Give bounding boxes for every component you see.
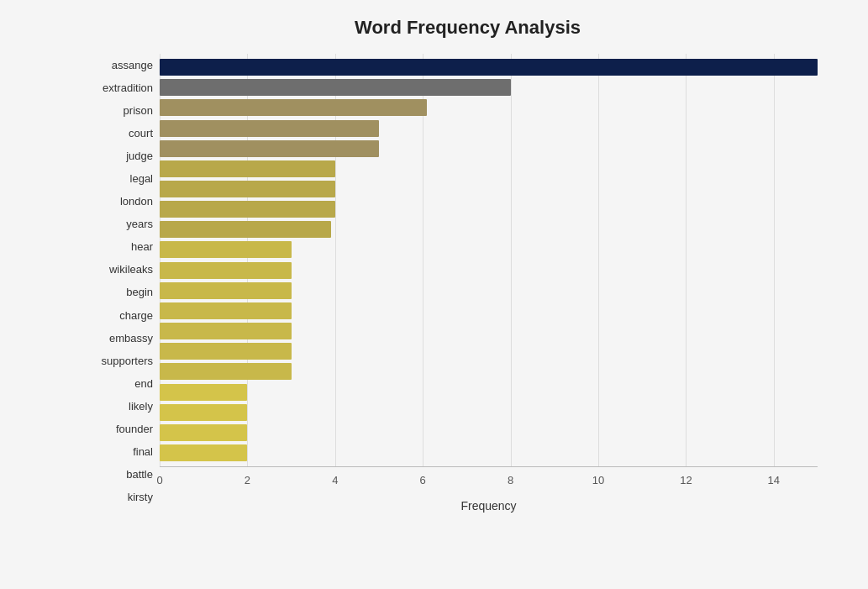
bar-row xyxy=(160,118,818,138)
y-label: founder xyxy=(116,418,153,440)
y-label: final xyxy=(133,440,153,463)
bar xyxy=(160,424,247,441)
bar-row xyxy=(160,423,818,443)
bar xyxy=(160,343,292,360)
y-label: charge xyxy=(119,304,153,327)
y-label: likely xyxy=(129,395,153,418)
y-label: legal xyxy=(130,167,153,190)
bar-row xyxy=(160,402,818,423)
bar xyxy=(160,181,335,197)
bar-row xyxy=(160,97,818,118)
y-label: battle xyxy=(126,463,153,486)
x-tick: 2 xyxy=(245,474,250,486)
bars-and-x: 02468101214 Frequency xyxy=(160,54,818,508)
bar xyxy=(160,221,331,238)
x-tick: 6 xyxy=(420,474,426,486)
y-label: hear xyxy=(131,235,153,258)
y-label: court xyxy=(129,122,153,145)
bar-row xyxy=(160,382,818,402)
bar-row xyxy=(160,301,818,321)
bar xyxy=(160,241,292,258)
bar-row xyxy=(160,281,818,301)
bar-row xyxy=(160,57,818,77)
bar xyxy=(160,201,335,218)
y-label: extradition xyxy=(103,76,153,99)
y-label: supporters xyxy=(102,350,153,372)
x-axis: 02468101214 Frequency xyxy=(160,466,818,508)
bar-row xyxy=(160,139,818,159)
bar xyxy=(160,384,247,401)
bar-row xyxy=(160,199,818,219)
chart-container: Word Frequency Analysis assangeextraditi… xyxy=(0,0,868,589)
x-tick: 4 xyxy=(332,474,338,486)
y-label: begin xyxy=(126,281,153,303)
y-label: wikileaks xyxy=(109,258,153,281)
bar-row xyxy=(160,77,818,97)
x-tick: 8 xyxy=(508,474,513,486)
x-tick: 14 xyxy=(768,474,780,486)
y-label: end xyxy=(134,372,153,395)
bar xyxy=(160,404,247,421)
bar xyxy=(160,99,427,116)
y-labels: assangeextraditionprisoncourtjudgelegall… xyxy=(84,54,160,508)
chart-area: assangeextraditionprisoncourtjudgelegall… xyxy=(84,54,818,508)
bar-row xyxy=(160,239,818,260)
y-label: judge xyxy=(126,145,153,167)
bar xyxy=(160,120,379,137)
bar xyxy=(160,140,379,157)
bar xyxy=(160,79,511,96)
bar xyxy=(160,59,818,76)
bar-row xyxy=(160,159,818,179)
y-label: embassy xyxy=(109,327,153,350)
bar xyxy=(160,302,292,319)
y-label: kirsty xyxy=(128,486,153,508)
bar xyxy=(160,282,292,299)
y-label: assange xyxy=(112,54,153,76)
bar-row xyxy=(160,260,818,281)
bar-row xyxy=(160,341,818,361)
bar-row xyxy=(160,443,818,463)
bar-row xyxy=(160,321,818,341)
x-axis-label: Frequency xyxy=(460,499,516,513)
bar xyxy=(160,262,292,279)
bar xyxy=(160,363,292,380)
bar xyxy=(160,160,335,177)
bar xyxy=(160,444,247,461)
bars-list xyxy=(160,54,818,466)
x-tick: 10 xyxy=(592,474,604,486)
bar-row xyxy=(160,179,818,199)
y-label: prison xyxy=(124,99,153,122)
y-label: london xyxy=(120,190,153,213)
chart-title: Word Frequency Analysis xyxy=(84,17,818,39)
bar-row xyxy=(160,361,818,381)
x-tick: 0 xyxy=(156,474,162,486)
bars-area xyxy=(160,54,818,466)
bar-row xyxy=(160,219,818,239)
y-label: years xyxy=(126,213,153,235)
x-tick: 12 xyxy=(680,474,692,486)
bar xyxy=(160,323,292,339)
